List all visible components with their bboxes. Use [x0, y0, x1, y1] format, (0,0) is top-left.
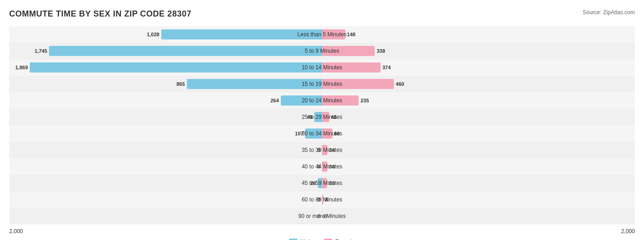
- left-bar-container: 865: [9, 76, 322, 92]
- female-bar: 338: [322, 46, 375, 56]
- right-bar-container: 66: [322, 125, 635, 142]
- bar-row: 494625 to 29 Minutes: [9, 109, 635, 125]
- left-bar-container: 1,028: [9, 26, 322, 43]
- male-value: 0: [317, 213, 320, 219]
- female-value: 34: [329, 147, 335, 153]
- female-value: 8: [325, 197, 328, 202]
- male-bar: 107: [305, 128, 322, 139]
- male-swatch: [289, 239, 297, 240]
- female-value: 0: [324, 213, 327, 219]
- right-bar-container: 8: [322, 191, 635, 208]
- female-bar: 235: [322, 95, 359, 106]
- left-bar-container: 49: [9, 109, 322, 125]
- right-bar-container: 148: [322, 26, 635, 43]
- left-bar-container: 0: [9, 191, 322, 208]
- legend-male: Male: [289, 238, 313, 240]
- male-bar: 1,745: [49, 46, 322, 56]
- left-bar-container: 0: [9, 158, 322, 175]
- male-value: 0: [317, 147, 320, 153]
- female-bar: 34: [322, 145, 327, 155]
- female-swatch: [324, 239, 332, 240]
- bar-row: 0860 to 89 Minutes: [9, 191, 635, 208]
- right-bar-container: 460: [322, 76, 635, 92]
- female-bar: 460: [322, 79, 394, 89]
- male-bar: 1,869: [30, 62, 322, 73]
- male-value: 0: [317, 197, 320, 202]
- female-value: 46: [331, 114, 337, 120]
- bar-row: 1,86937410 to 14 Minutes: [9, 59, 635, 76]
- male-value: 1,745: [35, 48, 48, 54]
- female-bar: 66: [322, 128, 333, 139]
- male-value: 0: [317, 164, 320, 169]
- legend-female: Female: [324, 238, 355, 240]
- male-value: 49: [307, 114, 312, 120]
- bar-row: 0090 or more Minutes: [9, 208, 635, 224]
- bar-row: 1,028148Less than 5 Minutes: [9, 26, 635, 43]
- right-bar-container: 33: [322, 175, 635, 191]
- left-bar-container: 0: [9, 142, 322, 158]
- axis-row: 2,000 2,000: [9, 228, 635, 234]
- chart-container: COMMUTE TIME BY SEX IN ZIP CODE 28307 So…: [9, 9, 635, 240]
- right-bar-container: 235: [322, 92, 635, 109]
- right-bar-container: 374: [322, 59, 635, 76]
- source-label: Source: ZipAtlas.com: [583, 9, 635, 16]
- female-bar: 374: [322, 62, 381, 73]
- male-bar: 1,028: [161, 29, 322, 39]
- female-bar: 33: [322, 178, 327, 188]
- male-bar: 49: [314, 112, 322, 122]
- female-bar: 148: [322, 29, 345, 39]
- right-bar-container: 34: [322, 142, 635, 158]
- female-bar: 34: [322, 162, 327, 172]
- female-bar: 46: [322, 112, 329, 122]
- right-bar-container: 338: [322, 43, 635, 59]
- female-value: 374: [382, 65, 391, 70]
- left-bar-container: 264: [9, 92, 322, 109]
- left-bar-container: 0: [9, 208, 322, 224]
- bar-row: 1076630 to 34 Minutes: [9, 125, 635, 142]
- female-label: Female: [335, 238, 355, 240]
- male-label: Male: [300, 238, 313, 240]
- female-bar: 8: [322, 195, 323, 205]
- right-bar-container: 46: [322, 109, 635, 125]
- bar-row: 03435 to 39 Minutes: [9, 142, 635, 158]
- left-bar-container: 1,869: [9, 59, 322, 76]
- male-bar: 26: [318, 178, 322, 188]
- male-value: 264: [271, 98, 279, 103]
- axis-right: 2,000: [621, 228, 635, 234]
- female-value: 33: [329, 180, 334, 186]
- legend: Male Female: [9, 238, 635, 240]
- male-value: 107: [295, 131, 303, 136]
- bar-row: 26423520 to 24 Minutes: [9, 92, 635, 109]
- male-bar: 264: [281, 95, 322, 106]
- female-value: 66: [334, 131, 340, 136]
- female-value: 34: [329, 164, 335, 169]
- bar-row: 03440 to 44 Minutes: [9, 158, 635, 175]
- male-value: 1,028: [147, 32, 159, 37]
- bar-row: 1,7453385 to 9 Minutes: [9, 43, 635, 59]
- bar-row: 86546015 to 19 Minutes: [9, 76, 635, 92]
- male-value: 26: [311, 180, 316, 186]
- right-bar-container: 34: [322, 158, 635, 175]
- female-value: 460: [396, 81, 404, 87]
- female-value: 148: [347, 32, 355, 37]
- axis-left: 2,000: [9, 228, 23, 234]
- chart-title: COMMUTE TIME BY SEX IN ZIP CODE 28307: [9, 9, 635, 19]
- rows-wrapper: 1,028148Less than 5 Minutes1,7453385 to …: [9, 26, 635, 224]
- female-value: 338: [377, 48, 385, 54]
- male-value: 1,869: [15, 65, 28, 70]
- male-bar: 865: [187, 79, 322, 89]
- female-value: 235: [360, 98, 369, 103]
- left-bar-container: 26: [9, 175, 322, 191]
- male-value: 865: [176, 81, 185, 87]
- bar-row: 263345 to 59 Minutes: [9, 175, 635, 191]
- left-bar-container: 1,745: [9, 43, 322, 59]
- left-bar-container: 107: [9, 125, 322, 142]
- right-bar-container: 0: [322, 208, 635, 224]
